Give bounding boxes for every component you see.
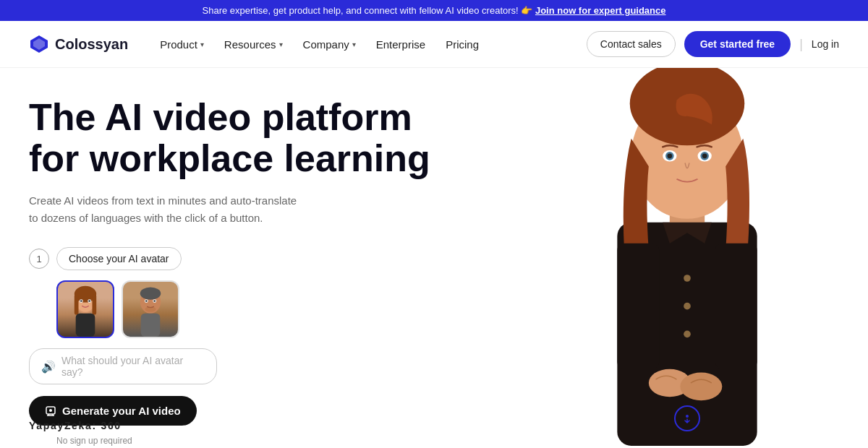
svg-rect-37: [617, 244, 659, 369]
step-1-row: 1 Choose your AI avatar: [29, 247, 289, 270]
step-2-row: 🔊 What should your AI avatar say?: [29, 348, 289, 384]
svg-rect-38: [715, 244, 757, 369]
avatar-card-female[interactable]: [56, 280, 114, 338]
nav-company[interactable]: Company ▾: [294, 33, 365, 56]
get-started-button[interactable]: Get started free: [684, 31, 791, 57]
svg-point-32: [684, 275, 691, 282]
nav-pricing[interactable]: Pricing: [437, 33, 488, 56]
svg-point-11: [88, 301, 90, 303]
chevron-down-icon: ▾: [200, 40, 204, 48]
hero-left: The AI video platform for workplace lear…: [29, 90, 492, 446]
avatar-male-image: [123, 282, 178, 337]
svg-point-13: [140, 288, 161, 300]
no-signup-text: No sign up required: [56, 436, 289, 446]
svg-point-10: [80, 301, 82, 303]
hero-title: The AI video platform for workplace lear…: [29, 97, 492, 179]
avatar-female-image: [58, 282, 113, 337]
svg-point-18: [153, 301, 156, 303]
bottom-badge: YapayZeka: 360: [29, 420, 122, 431]
step-1-number: 1: [29, 249, 49, 269]
svg-point-36: [680, 373, 722, 401]
logo-text: Colossyan: [55, 36, 128, 53]
chevron-down-icon: ▾: [352, 40, 356, 48]
scroll-down-icon: [681, 413, 693, 424]
svg-point-39: [686, 415, 689, 418]
top-banner: Share expertise, get product help, and c…: [0, 0, 868, 21]
svg-point-34: [684, 331, 691, 338]
step-1-label[interactable]: Choose your AI avatar: [56, 247, 182, 270]
avatar-cards: [56, 280, 289, 338]
svg-point-21: [49, 409, 52, 412]
login-button[interactable]: Log in: [812, 38, 839, 50]
logo[interactable]: Colossyan: [29, 34, 128, 54]
nav-resources[interactable]: Resources ▾: [216, 33, 292, 56]
speaker-icon: 🔊: [41, 360, 56, 374]
avatar-card-male[interactable]: [122, 280, 179, 338]
svg-rect-5: [75, 294, 79, 315]
svg-rect-14: [141, 314, 161, 337]
scroll-hint[interactable]: [674, 405, 700, 431]
hero-section: The AI video platform for workplace lear…: [0, 68, 868, 446]
svg-point-31: [702, 153, 707, 158]
avatar-say-input[interactable]: 🔊 What should your AI avatar say?: [29, 348, 217, 384]
nav-enterprise[interactable]: Enterprise: [367, 33, 434, 56]
nav-links: Product ▾ Resources ▾ Company ▾ Enterpri…: [151, 33, 587, 56]
generate-icon: [45, 405, 56, 417]
svg-point-33: [684, 303, 691, 310]
banner-link[interactable]: Join now for expert guidance: [535, 5, 666, 16]
chevron-down-icon: ▾: [279, 40, 283, 48]
navbar: Colossyan Product ▾ Resources ▾ Company …: [0, 21, 868, 68]
contact-sales-button[interactable]: Contact sales: [587, 31, 676, 57]
svg-point-30: [667, 153, 672, 158]
badge-text: YapayZeka: 360: [29, 420, 122, 431]
logo-icon: [29, 34, 49, 54]
hero-person-image: [535, 68, 839, 446]
nav-divider: |: [799, 37, 803, 52]
nav-actions: Contact sales Get started free | Log in: [587, 31, 839, 57]
svg-rect-6: [93, 294, 97, 315]
hero-right: [506, 68, 868, 446]
nav-product[interactable]: Product ▾: [151, 33, 213, 56]
steps-container: 1 Choose your AI avatar: [29, 247, 289, 446]
svg-point-17: [145, 301, 148, 303]
hero-subtitle: Create AI videos from text in minutes an…: [29, 192, 318, 227]
svg-point-19: [145, 307, 156, 313]
banner-text: Share expertise, get product help, and c…: [203, 5, 535, 16]
svg-rect-7: [76, 314, 95, 337]
